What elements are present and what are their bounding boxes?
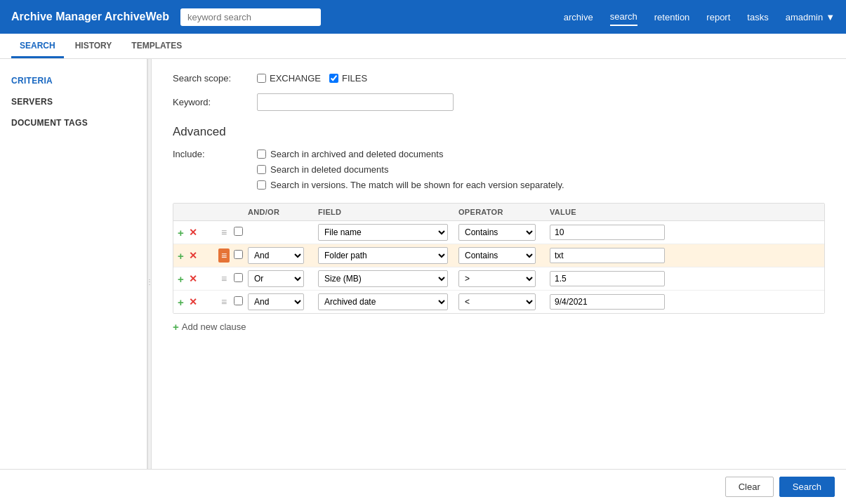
drag-handle-icon[interactable]: ≡ [221, 273, 227, 284]
clause-row: + ✕ ≡ And Or File name [173, 291, 824, 313]
nav-amadmin[interactable]: amadmin ▼ [786, 12, 835, 22]
files-checkbox-label[interactable]: FILES [329, 73, 367, 84]
clause-row3-remove-button[interactable]: ✕ [187, 274, 199, 284]
clause-row2-actions: + ✕ [176, 251, 214, 261]
clause-table-header: AND/OR FIELD OPERATOR VALUE [173, 204, 824, 221]
clause-row3-value-cell [550, 271, 821, 286]
clause-row1-drag: ≡ [214, 227, 234, 238]
clause-row3-checkbox[interactable] [234, 273, 243, 282]
nav-archive[interactable]: archive [564, 9, 593, 25]
clause-row2-operator-cell: Contains Does not contain > < = [458, 247, 550, 264]
app-title: Archive Manager ArchiveWeb [11, 11, 169, 23]
drag-handle-icon[interactable]: ≡ [221, 227, 227, 238]
clause-row1-field-cell: File name Folder path Size (MB) Archived… [318, 224, 458, 241]
nav-tasks[interactable]: tasks [747, 9, 768, 25]
search-scope-controls: EXCHANGE FILES [257, 73, 367, 84]
clause-row3-andor-cell: And Or [248, 270, 318, 287]
keyword-input[interactable] [257, 93, 454, 111]
clause-row4-operator-select[interactable]: Contains Does not contain > < = [458, 293, 536, 310]
col-operator-header: OPERATOR [458, 208, 550, 216]
clause-row3-operator-select[interactable]: Contains Does not contain > < = [458, 270, 536, 287]
clause-row3-drag: ≡ [214, 273, 234, 284]
deleted-checkbox[interactable] [257, 165, 266, 174]
exchange-checkbox-label[interactable]: EXCHANGE [257, 73, 321, 84]
clause-row2-remove-button[interactable]: ✕ [187, 251, 199, 260]
clause-row1-operator-cell: Contains Does not contain > < = [458, 224, 550, 241]
col-andor-header: AND/OR [248, 208, 318, 216]
clause-row4-drag: ≡ [214, 296, 234, 307]
drag-handle-icon[interactable]: ≡ [221, 296, 227, 307]
clause-row2-checkbox-cell [234, 250, 248, 261]
versions-checkbox[interactable] [257, 180, 266, 190]
clause-row2-andor-select[interactable]: And Or [248, 247, 304, 264]
clause-row3-andor-select[interactable]: And Or [248, 270, 304, 287]
clause-row2-operator-select[interactable]: Contains Does not contain > < = [458, 247, 536, 264]
tab-search[interactable]: SEARCH [11, 35, 64, 58]
clause-row3-field-select[interactable]: File name Folder path Size (MB) Archived… [318, 270, 448, 287]
sidebar-item-criteria[interactable]: CRITERIA [0, 70, 147, 91]
sidebar-item-document-tags[interactable]: DOCUMENT TAGS [0, 112, 147, 133]
keyword-search-input[interactable] [180, 8, 321, 26]
include-option-archived-deleted[interactable]: Search in archived and deleted documents [257, 149, 564, 159]
clause-row1-checkbox-cell [234, 227, 248, 238]
clause-row3-value-input[interactable] [550, 271, 665, 286]
clause-row3-add-button[interactable]: + [176, 274, 185, 284]
clause-row: + ✕ ≡ File name Folder path Size (MB) [173, 221, 824, 244]
clause-row2-value-input[interactable] [550, 248, 665, 263]
add-clause-row[interactable]: + Add new clause [173, 321, 825, 333]
clause-row1-value-cell [550, 225, 821, 240]
footer: Clear Search [0, 469, 846, 504]
clause-row2-checkbox[interactable] [234, 250, 243, 259]
clause-row: + ✕ ≡ And Or File name [173, 267, 824, 291]
tab-history[interactable]: HISTORY [67, 35, 121, 58]
clause-row2-field-select[interactable]: File name Folder path Size (MB) Archived… [318, 247, 448, 264]
sub-nav: SEARCH HISTORY TEMPLATES [0, 34, 846, 59]
clause-row1-remove-button[interactable]: ✕ [187, 227, 199, 237]
archived-deleted-checkbox[interactable] [257, 150, 266, 159]
clause-row1-add-button[interactable]: + [176, 227, 185, 238]
clause-row4-value-cell [550, 294, 821, 310]
clause-row2-field-cell: File name Folder path Size (MB) Archived… [318, 247, 458, 264]
include-option-versions[interactable]: Search in versions. The match will be sh… [257, 180, 564, 190]
col-value-header: VALUE [550, 208, 821, 216]
clause-row4-checkbox[interactable] [234, 296, 243, 305]
clause-row4-add-button[interactable]: + [176, 297, 185, 307]
search-button[interactable]: Search [779, 477, 835, 497]
advanced-title: Advanced [173, 125, 825, 139]
clause-row1-operator-select[interactable]: Contains Does not contain > < = [458, 224, 536, 241]
clause-row4-andor-select[interactable]: And Or [248, 293, 304, 310]
clause-row1-value-input[interactable] [550, 225, 665, 240]
search-scope-label: Search scope: [173, 73, 257, 84]
exchange-label: EXCHANGE [270, 73, 321, 84]
clause-row3-checkbox-cell [234, 273, 248, 284]
clause-row2-add-button[interactable]: + [176, 251, 185, 261]
clause-row4-value-input[interactable] [550, 294, 665, 310]
tab-templates[interactable]: TEMPLATES [123, 35, 190, 58]
clause-row2-andor-cell: And Or [248, 247, 318, 264]
clause-row1-checkbox[interactable] [234, 227, 243, 236]
archived-deleted-label: Search in archived and deleted documents [270, 149, 443, 159]
clause-row3-operator-cell: Contains Does not contain > < = [458, 270, 550, 287]
nav-retention[interactable]: retention [654, 9, 690, 25]
header: Archive Manager ArchiveWeb archive searc… [0, 0, 846, 34]
exchange-checkbox[interactable] [257, 74, 266, 83]
nav-search[interactable]: search [610, 8, 637, 26]
include-option-deleted[interactable]: Search in deleted documents [257, 164, 564, 175]
clause-row4-field-cell: File name Folder path Size (MB) Archived… [318, 293, 458, 310]
clause-row3-field-cell: File name Folder path Size (MB) Archived… [318, 270, 458, 287]
files-checkbox[interactable] [329, 74, 338, 83]
clause-row4-andor-cell: And Or [248, 293, 318, 310]
keyword-row: Keyword: [173, 93, 825, 111]
include-label: Include: [173, 149, 257, 185]
clause-row1-field-select[interactable]: File name Folder path Size (MB) Archived… [318, 224, 448, 241]
clear-button[interactable]: Clear [725, 477, 774, 497]
search-scope-row: Search scope: EXCHANGE FILES [173, 73, 825, 84]
nav-report[interactable]: report [706, 9, 730, 25]
sidebar-item-servers[interactable]: SERVERS [0, 91, 147, 112]
include-row: Include: Search in archived and deleted … [173, 149, 825, 190]
drag-handle-active-icon[interactable]: ≡ [218, 248, 230, 263]
clause-row4-remove-button[interactable]: ✕ [187, 297, 199, 307]
keyword-label: Keyword: [173, 97, 257, 107]
clause-row4-field-select[interactable]: File name Folder path Size (MB) Archived… [318, 293, 448, 310]
main-nav: archive search retention report tasks am… [564, 8, 835, 26]
